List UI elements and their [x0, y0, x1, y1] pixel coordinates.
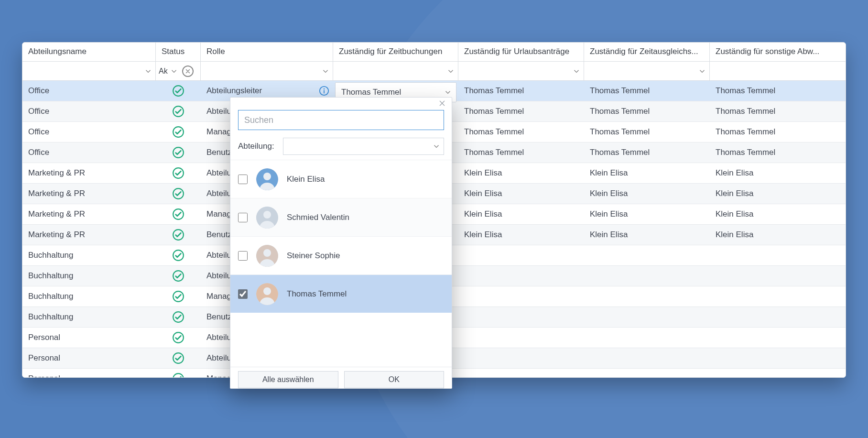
- cell-status: [156, 328, 201, 348]
- cell-z3: [584, 286, 710, 307]
- cell-dept: Personal: [22, 348, 156, 368]
- cell-z3: Klein Elisa: [584, 163, 710, 183]
- person-name: Klein Elisa: [287, 175, 325, 184]
- cell-z2: [458, 307, 584, 327]
- cell-z3: Klein Elisa: [584, 225, 710, 245]
- header-status[interactable]: Status: [156, 43, 201, 61]
- popup-search-input[interactable]: [238, 110, 444, 130]
- check-circle-icon: [172, 146, 184, 159]
- cell-z3: [584, 266, 710, 286]
- cell-z4: [710, 266, 846, 286]
- cell-z4: Klein Elisa: [710, 225, 846, 245]
- cell-status: [156, 307, 201, 327]
- cell-z2: [458, 348, 584, 368]
- cell-z4: Klein Elisa: [710, 204, 846, 224]
- filter-urlaub[interactable]: [458, 62, 584, 80]
- person-checkbox[interactable]: [238, 251, 248, 261]
- header-abteilungsname[interactable]: Abteilungsname: [22, 43, 156, 61]
- filter-abteilungsname[interactable]: [22, 62, 156, 80]
- cell-z3: [584, 369, 710, 378]
- person-list-item[interactable]: Steiner Sophie: [230, 236, 452, 274]
- cell-z3: [584, 307, 710, 327]
- cell-z2: [458, 286, 584, 307]
- check-circle-icon: [172, 229, 184, 241]
- avatar: [256, 245, 278, 267]
- person-checkbox[interactable]: [238, 213, 248, 222]
- header-zeitausgleich[interactable]: Zuständig für Zeitausgleichs...: [584, 43, 710, 61]
- cell-dept: Buchhaltung: [22, 245, 156, 265]
- cell-dept: Office: [22, 81, 156, 101]
- header-urlaubsantraege[interactable]: Zuständig für Urlaubsanträge: [458, 43, 584, 61]
- check-circle-icon: [172, 167, 184, 179]
- svg-point-17: [173, 373, 184, 378]
- filter-zeitausgleich[interactable]: [584, 62, 710, 80]
- select-all-button[interactable]: Alle auswählen: [238, 371, 338, 388]
- cell-z2: Klein Elisa: [458, 163, 584, 183]
- filter-zeitbuchungen-input[interactable]: [333, 62, 458, 80]
- cell-z4: Thomas Temmel: [710, 81, 846, 101]
- cell-z3: Thomas Temmel: [584, 101, 710, 121]
- check-circle-icon: [172, 187, 184, 200]
- cell-status: [156, 122, 201, 142]
- filter-status[interactable]: Ak: [156, 62, 201, 80]
- person-name: Steiner Sophie: [287, 251, 340, 261]
- cell-z2: [458, 328, 584, 348]
- ok-button[interactable]: OK: [344, 371, 445, 388]
- clear-filter-button[interactable]: [182, 66, 194, 77]
- check-circle-icon: [172, 270, 184, 282]
- filter-urlaub-input[interactable]: [458, 62, 584, 80]
- table-header: Abteilungsname Status Rolle Zuständig fü…: [22, 43, 846, 62]
- filter-abteilungsname-input[interactable]: [22, 62, 155, 80]
- cell-z2: [458, 245, 584, 265]
- close-icon: [438, 99, 446, 107]
- check-circle-icon: [172, 249, 184, 262]
- filter-rolle-input[interactable]: [201, 62, 333, 80]
- person-checkbox[interactable]: [238, 175, 248, 184]
- cell-z2: Klein Elisa: [458, 225, 584, 245]
- popup-dept-select[interactable]: [283, 138, 444, 155]
- person-list-item[interactable]: Klein Elisa: [230, 160, 452, 198]
- avatar: [256, 207, 278, 229]
- check-circle-icon: [172, 85, 184, 97]
- cell-z3: [584, 245, 710, 265]
- person-list-item[interactable]: Schmied Valentin: [230, 198, 452, 236]
- cell-z4: [710, 307, 846, 327]
- cell-z4: Thomas Temmel: [710, 142, 846, 163]
- filter-zeitausgleich-input[interactable]: [584, 62, 709, 80]
- header-sonstige[interactable]: Zuständig für sonstige Abw...: [710, 43, 846, 61]
- svg-point-23: [263, 249, 271, 257]
- cell-z2: Thomas Temmel: [458, 122, 584, 142]
- person-list-item[interactable]: Thomas Temmel: [230, 274, 452, 313]
- filter-sonstige-input[interactable]: [710, 62, 846, 80]
- chevron-down-icon: [170, 67, 178, 76]
- header-rolle[interactable]: Rolle: [201, 43, 333, 61]
- cell-z4: [710, 328, 846, 348]
- cell-dept: Buchhaltung: [22, 286, 156, 307]
- filter-status-value: Ak: [159, 67, 168, 76]
- svg-point-2: [324, 88, 325, 89]
- svg-rect-3: [324, 90, 325, 93]
- filter-rolle[interactable]: [201, 62, 333, 80]
- cell-z2: Thomas Temmel: [458, 81, 584, 101]
- popup-close-button[interactable]: [438, 99, 448, 109]
- filter-sonstige[interactable]: [710, 62, 846, 80]
- cell-z4: Klein Elisa: [710, 163, 846, 183]
- cell-z4: [710, 348, 846, 368]
- avatar: [256, 283, 278, 305]
- person-picker-popup: Abteilung: Klein ElisaSchmied ValentinSt…: [230, 97, 452, 389]
- cell-z3: Thomas Temmel: [584, 122, 710, 142]
- check-circle-icon: [172, 126, 184, 138]
- cell-status: [156, 163, 201, 183]
- close-icon: [185, 68, 191, 74]
- chevron-down-icon: [432, 142, 441, 151]
- cell-z4: [710, 369, 846, 378]
- person-checkbox[interactable]: [238, 289, 248, 299]
- cell-dept: Buchhaltung: [22, 266, 156, 286]
- popup-person-list: Klein ElisaSchmied ValentinSteiner Sophi…: [230, 160, 452, 367]
- cell-z2: Thomas Temmel: [458, 101, 584, 121]
- header-zeitbuchungen[interactable]: Zuständig für Zeitbuchungen: [333, 43, 458, 61]
- svg-point-19: [263, 173, 271, 180]
- popup-dept-label: Abteilung:: [238, 142, 274, 151]
- cell-status: [156, 369, 201, 378]
- filter-zeitbuchungen[interactable]: [333, 62, 458, 80]
